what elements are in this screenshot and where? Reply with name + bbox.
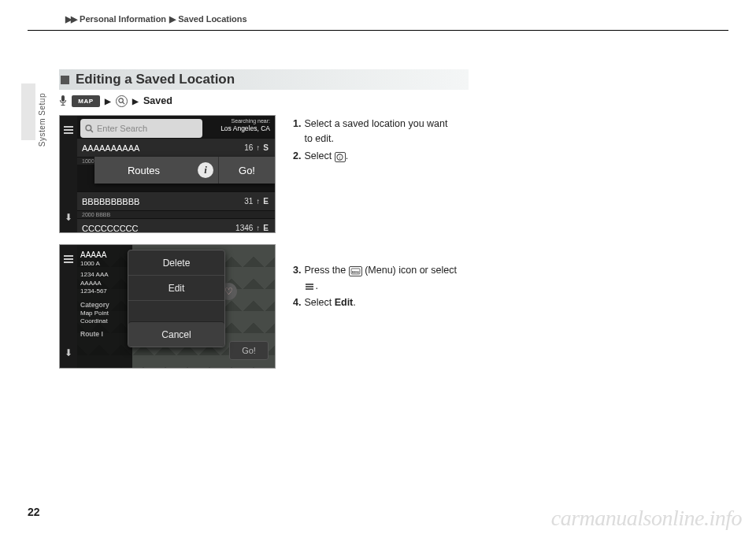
step-number: 1. [293, 117, 301, 147]
search-icon [85, 124, 94, 133]
section-title: Editing a Saved Location [59, 69, 469, 90]
breadcrumb-part2: Saved Locations [178, 14, 246, 24]
steps-block-2: 3. Press the MENU (Menu) icon or select … [293, 263, 474, 310]
info-phone: 1234-567 [80, 287, 129, 295]
svg-point-5 [86, 125, 91, 131]
screenshot-1: ⬇ Enter Search Searching near: Los Angel… [59, 115, 276, 233]
search-input[interactable]: Enter Search [80, 119, 202, 138]
info-panel: AAAAA 1000 A 1234 AAA AAAAA 1234-567 Cat… [77, 245, 132, 368]
go-button[interactable]: Go! [218, 157, 275, 184]
item-meta: 31↑E [244, 197, 269, 206]
scroll-down-icon: ⬇ [65, 212, 72, 223]
info-route-label: Route I [80, 330, 129, 339]
go-button[interactable]: Go! [229, 341, 269, 360]
list-item[interactable]: AAAAAAAAAA 16↑S [77, 138, 275, 157]
search-placeholder: Enter Search [97, 124, 147, 133]
side-tab [21, 83, 35, 140]
scroll-down-icon: ⬇ [65, 347, 72, 358]
header-rule [28, 30, 728, 31]
hamburger-icon [304, 282, 315, 291]
searching-near: Searching near: Los Angeles, CA [206, 116, 275, 138]
step-text: Select i. [304, 149, 474, 164]
info-button[interactable]: i [193, 162, 218, 178]
info-category-label: Category [80, 301, 129, 310]
hamburger-icon [63, 254, 74, 264]
list-item[interactable]: CCCCCCCCC 1346↑E [77, 218, 275, 233]
hamburger-icon [63, 125, 74, 135]
info-addr1: 1000 A [80, 260, 129, 268]
two-column-layout: ⬇ Enter Search Searching near: Los Angel… [59, 115, 709, 380]
step-3: 3. Press the MENU (Menu) icon or select … [293, 263, 474, 294]
side-label: System Setup [38, 93, 46, 146]
item-subtext: 2000 BBBB [77, 210, 275, 218]
popup-edit[interactable]: Edit [128, 276, 224, 301]
selected-item-callout: Routes i Go! [94, 157, 275, 184]
info-icon: i [335, 152, 346, 162]
arrow-icon-2: ▶ [132, 97, 139, 106]
screenshot-2: ⬇ ♡ AAAAA 1000 A 1234 AAA AAAAA 1234-567… [59, 244, 276, 369]
breadcrumb-part1: Personal Information [80, 14, 166, 24]
item-meta: 16↑S [244, 143, 269, 152]
section-title-text: Editing a Saved Location [76, 72, 235, 87]
step-number: 2. [293, 149, 301, 164]
content: Editing a Saved Location MAP ▶ ▶ Saved ⬇ [59, 69, 709, 380]
info-title: AAAAA [80, 250, 129, 260]
screenshot-side-rail: ⬇ [60, 245, 77, 368]
step-number: 4. [293, 295, 301, 310]
step-1: 1. Select a saved location you want to e… [293, 117, 474, 147]
item-name: CCCCCCCCC [82, 224, 139, 233]
section-square-icon [61, 76, 69, 84]
svg-point-0 [119, 98, 123, 102]
page: ▶▶ Personal Information ▶ Saved Location… [0, 0, 756, 534]
step-text: Select Edit. [304, 295, 474, 310]
step-text: Select a saved location you want to edit… [304, 117, 474, 147]
info-addr2: 1234 AAA [80, 271, 129, 279]
svg-text:i: i [339, 154, 341, 160]
popup-cancel[interactable]: Cancel [128, 321, 224, 347]
screenshot-top-row: Enter Search Searching near: Los Angeles… [77, 116, 275, 138]
svg-line-6 [91, 129, 93, 132]
screenshots-column: ⬇ Enter Search Searching near: Los Angel… [59, 115, 276, 380]
info-icon: i [198, 162, 213, 178]
item-name: AAAAAAAAAA [82, 143, 139, 153]
breadcrumb-sep: ▶ [169, 14, 175, 24]
arrow-icon-1: ▶ [105, 97, 111, 106]
context-popup: Delete Edit Cancel [128, 250, 225, 347]
screenshot-main: Enter Search Searching near: Los Angeles… [77, 116, 275, 232]
info-cat2: Coordinat [80, 317, 129, 325]
near-city: Los Angeles, CA [206, 124, 270, 132]
info-addr3: AAAAA [80, 280, 129, 287]
watermark: carmanualsonline.info [551, 506, 742, 531]
screenshot-side-rail: ⬇ [60, 116, 77, 232]
search-icon [116, 95, 128, 107]
path-saved: Saved [143, 95, 172, 106]
near-label: Searching near: [206, 118, 270, 124]
steps-column: 1. Select a saved location you want to e… [293, 115, 474, 380]
step-4: 4. Select Edit. [293, 295, 474, 310]
step-text: Press the MENU (Menu) icon or select . [304, 263, 474, 294]
breadcrumb: ▶▶ Personal Information ▶ Saved Location… [65, 14, 247, 24]
step-number: 3. [293, 263, 301, 294]
routes-button[interactable]: Routes [94, 165, 193, 176]
path-row: MAP ▶ ▶ Saved [59, 95, 709, 107]
popup-delete[interactable]: Delete [128, 250, 224, 276]
page-number: 22 [28, 506, 40, 518]
item-meta: 1346↑E [235, 224, 269, 232]
svg-text:MENU: MENU [352, 271, 360, 274]
svg-line-1 [123, 102, 125, 104]
breadcrumb-arrows: ▶▶ [65, 14, 76, 24]
list-item[interactable]: BBBBBBBBBB 31↑E [77, 191, 275, 210]
map-button-icon: MAP [72, 95, 100, 107]
info-cat1: Map Point [80, 310, 129, 317]
step-2: 2. Select i. [293, 149, 474, 164]
voice-icon [59, 95, 67, 107]
item-name: BBBBBBBBBB [82, 197, 139, 206]
menu-button-icon: MENU [349, 266, 362, 276]
